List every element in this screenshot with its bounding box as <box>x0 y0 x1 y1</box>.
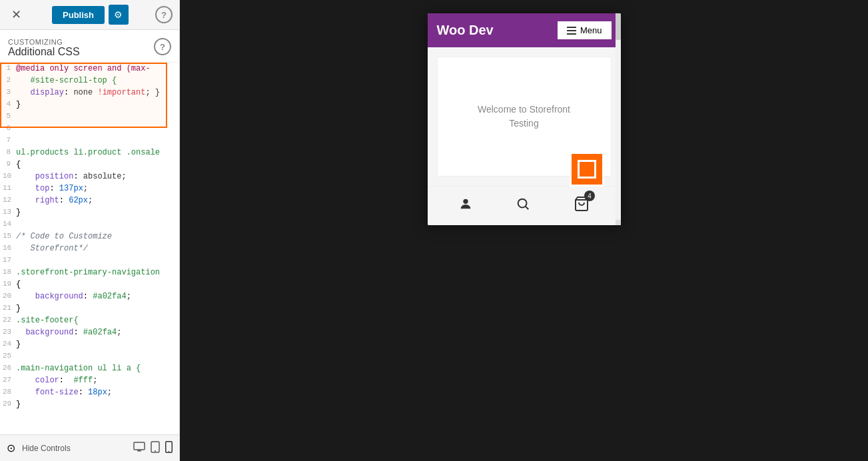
line-content: Storefront*/ <box>16 242 177 254</box>
preview-footer: 4 <box>428 186 621 225</box>
line-number: 5 <box>3 111 16 123</box>
line-number: 6 <box>3 123 16 135</box>
code-line: 13} <box>0 207 179 219</box>
search-icon <box>516 197 530 215</box>
orange-widget-inner <box>578 160 596 179</box>
tablet-icon[interactable] <box>151 441 160 455</box>
desktop-icon[interactable] <box>133 442 145 454</box>
line-number: 24 <box>3 338 16 350</box>
line-number: 23 <box>3 326 16 338</box>
line-content: .site-footer{ <box>16 314 177 326</box>
line-content <box>16 111 177 123</box>
orange-widget <box>570 152 604 187</box>
line-content: { <box>16 159 177 171</box>
code-line: 3 display: none !important; } <box>0 87 179 99</box>
svg-point-6 <box>169 451 170 452</box>
line-content: .main-navigation ul li a { <box>16 362 177 374</box>
line-content <box>16 350 177 362</box>
line-content: @media only screen and (max- <box>16 63 177 75</box>
menu-label: Menu <box>580 25 602 35</box>
line-number: 3 <box>3 87 16 99</box>
line-number: 22 <box>3 314 16 326</box>
svg-point-8 <box>518 199 527 208</box>
code-line: 17 <box>0 254 179 266</box>
gear-button[interactable]: ⚙ <box>109 5 129 25</box>
close-button[interactable]: ✕ <box>7 5 25 24</box>
line-content: } <box>16 99 177 111</box>
section-help-button[interactable]: ? <box>154 38 171 55</box>
code-line: 11 top: 137px; <box>0 183 179 195</box>
publish-button[interactable]: Publish <box>52 6 105 24</box>
line-content: } <box>16 398 177 410</box>
line-number: 15 <box>3 230 16 242</box>
line-number: 25 <box>3 350 16 362</box>
code-line: 4} <box>0 99 179 111</box>
code-line: 8ul.products li.product .onsale <box>0 147 179 159</box>
code-line: 15/* Code to Customize <box>0 230 179 242</box>
code-textarea[interactable]: 1@media only screen and (max-2 #site-scr… <box>0 63 179 434</box>
code-line: 26.main-navigation ul li a { <box>0 362 179 374</box>
preview-frame: Woo Dev Menu Welcome to Storefront Testi… <box>428 13 621 225</box>
code-line: 2 #site-scroll-top { <box>0 75 179 87</box>
line-content <box>16 123 177 135</box>
line-content: position: absolute; <box>16 171 177 183</box>
preview-container: Woo Dev Menu Welcome to Storefront Testi… <box>428 13 621 225</box>
preview-body: Welcome to Storefront Testing <box>428 47 621 186</box>
svg-point-4 <box>155 450 156 452</box>
bottom-bar: ⊙ Hide Controls <box>0 434 179 461</box>
section-title: Additional CSS <box>8 46 80 58</box>
preview-menu-button[interactable]: Menu <box>558 21 612 39</box>
line-content: display: none !important; } <box>16 87 177 99</box>
preview-logo: Woo Dev <box>437 23 494 38</box>
line-content: } <box>16 207 177 219</box>
hamburger-icon <box>567 27 576 35</box>
circle-icon: ⊙ <box>7 442 15 454</box>
line-content: color: #fff; <box>16 374 177 386</box>
top-bar: ✕ Publish ⚙ ? <box>0 0 179 30</box>
hide-controls-button[interactable]: Hide Controls <box>22 444 71 453</box>
line-number: 7 <box>3 135 16 147</box>
line-number: 28 <box>3 386 16 398</box>
code-line: 5 <box>0 111 179 123</box>
line-number: 11 <box>3 183 16 195</box>
code-line: 25 <box>0 350 179 362</box>
line-content: /* Code to Customize <box>16 230 177 242</box>
line-content: right: 62px; <box>16 195 177 207</box>
svg-line-9 <box>526 207 529 209</box>
help-button[interactable]: ? <box>155 6 173 23</box>
left-panel: ✕ Publish ⚙ ? Customizing Additional CSS… <box>0 0 180 461</box>
user-icon <box>458 197 473 215</box>
line-number: 19 <box>3 278 16 290</box>
code-line: 7 <box>0 135 179 147</box>
right-area: Woo Dev Menu Welcome to Storefront Testi… <box>180 0 868 461</box>
line-content <box>16 254 177 266</box>
line-content: #site-scroll-top { <box>16 75 177 87</box>
code-line: 29} <box>0 398 179 410</box>
code-line: 23 background: #a02fa4; <box>0 326 179 338</box>
code-line: 19{ <box>0 278 179 290</box>
cart-icon: 4 <box>574 196 590 216</box>
line-number: 9 <box>3 159 16 171</box>
code-line: 27 color: #fff; <box>0 374 179 386</box>
preview-image-box: Welcome to Storefront Testing <box>437 57 612 177</box>
code-line: 6 <box>0 123 179 135</box>
top-bar-actions: Publish ⚙ <box>52 5 129 25</box>
line-content: font-size: 18px; <box>16 386 177 398</box>
line-number: 27 <box>3 374 16 386</box>
customizing-label: Customizing <box>8 38 80 46</box>
preview-welcome: Welcome to Storefront Testing <box>478 103 570 131</box>
line-number: 12 <box>3 195 16 207</box>
line-number: 21 <box>3 302 16 314</box>
svg-rect-0 <box>134 442 145 450</box>
code-line: 20 background: #a02fa4; <box>0 290 179 302</box>
code-line: 28 font-size: 18px; <box>0 386 179 398</box>
device-icons <box>133 441 173 455</box>
mobile-icon[interactable] <box>165 441 173 455</box>
line-number: 16 <box>3 242 16 254</box>
css-editor[interactable]: 1@media only screen and (max-2 #site-scr… <box>0 63 179 434</box>
line-number: 18 <box>3 266 16 278</box>
code-line: 24} <box>0 338 179 350</box>
line-number: 14 <box>3 219 16 230</box>
code-line: 1@media only screen and (max- <box>0 63 179 75</box>
code-line: 9{ <box>0 159 179 171</box>
